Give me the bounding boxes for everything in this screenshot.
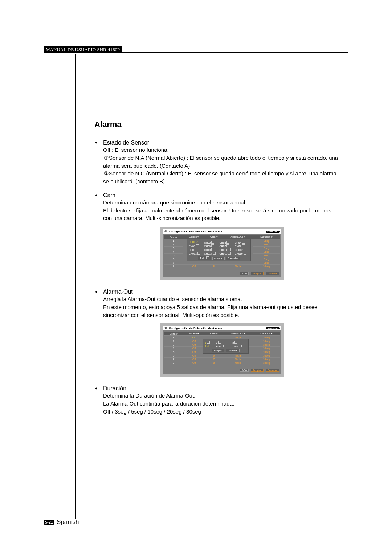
duracion-line3: Off / 3seg / 5seg / 10seg / 20seg / 30se… (103, 408, 341, 416)
cam-line1: Determina una cámara que sincronice con … (103, 199, 341, 207)
screenshot-alarmaout-popup: 👁 Configuración de Detección de Alarma S… (160, 323, 284, 377)
cam-heading: Cam (103, 192, 115, 198)
enum-mark-1: ① (103, 154, 109, 162)
cam-line2: El defecto se fija actualmente al número… (103, 207, 341, 223)
duracion-line1: Determina la Duración de Alarma-Out. (103, 392, 341, 400)
header-rule (44, 52, 348, 53)
duracion-item: Duración Determina la Duración de Alarma… (94, 385, 341, 415)
alarmaout-line1: Arregla la Alarma-Out cuando el sensor d… (103, 295, 341, 303)
cam-item: Cam Determina una cámara que sincronice … (94, 192, 341, 280)
range-916-button[interactable]: 9-16 (240, 272, 249, 275)
samsung-logo: SAMSUNG (266, 231, 280, 233)
manual-page: MANUAL DE USUARIO SHR-4160P Alarma Estad… (0, 0, 392, 541)
alarmaout-line2: En este momento, esto apoya 5 salidas de… (103, 303, 341, 319)
estado-sensor-item: Estado de Sensor Off : El sensor no func… (94, 139, 341, 186)
estado-enum1: ①Sensor de N.A (Normal Abierto) : El sen… (103, 154, 341, 170)
estado-heading: Estado de Sensor (103, 139, 149, 146)
enum-mark-2: ② (103, 170, 109, 178)
popup-aceptar-button[interactable]: Aceptar (212, 257, 225, 260)
popup-cancelar-button[interactable]: Cancelar (226, 257, 240, 260)
duracion-heading: Duración (103, 385, 126, 391)
duracion-line2: La Alarma-Out continúa para la duración … (103, 400, 341, 408)
vertical-margin-line (75, 54, 76, 519)
alarma-out-item: Alarma-Out Arregla la Alarma-Out cuando … (94, 289, 341, 377)
popup-cancelar-button[interactable]: Cancelar (226, 349, 240, 352)
cancelar-button[interactable]: Cancelar (266, 369, 279, 372)
content-area: Alarma Estado de Sensor Off : El sensor … (94, 120, 341, 422)
range-916-button[interactable]: 9-16 (240, 369, 249, 372)
dialog-icon: 👁 (164, 230, 167, 233)
alarmaout-option-popup: 1 2 3 4 ☑ Pitido Todo Aceptar Cancelar (203, 339, 249, 354)
estado-enum2: ②Sensor de N.C (Normal Cierto) : El sens… (103, 170, 341, 186)
aceptar-button[interactable]: Aceptar (251, 272, 263, 275)
samsung-logo: SAMSUNG (266, 327, 280, 329)
page-footer: 5-21 Spanish (44, 518, 79, 526)
popup-todo-button[interactable]: Todo (198, 256, 211, 260)
screenshot-title-bar: 👁 Configuración de Detección de Alarma S… (163, 229, 281, 234)
dialog-icon: 👁 (164, 326, 167, 330)
cam-channel-popup: CH01 ☑ CH02 CH03 CH04 CH05 CH06 CH07 CH0… (187, 239, 251, 261)
footer-language: Spanish (57, 518, 79, 526)
cancelar-button[interactable]: Cancelar (266, 272, 279, 275)
alarma-out-heading: Alarma-Out (103, 289, 133, 295)
page-number-badge: 5-21 (44, 520, 54, 525)
screenshot-cam-popup: 👁 Configuración de Detección de Alarma S… (160, 227, 284, 280)
aceptar-button[interactable]: Aceptar (251, 369, 263, 372)
estado-off-line: Off : El sensor no funciona. (103, 146, 341, 154)
screenshot-title-bar: 👁 Configuración de Detección de Alarma S… (163, 326, 281, 330)
popup-aceptar-button[interactable]: Aceptar (212, 349, 224, 352)
section-title: Alarma (94, 120, 341, 129)
